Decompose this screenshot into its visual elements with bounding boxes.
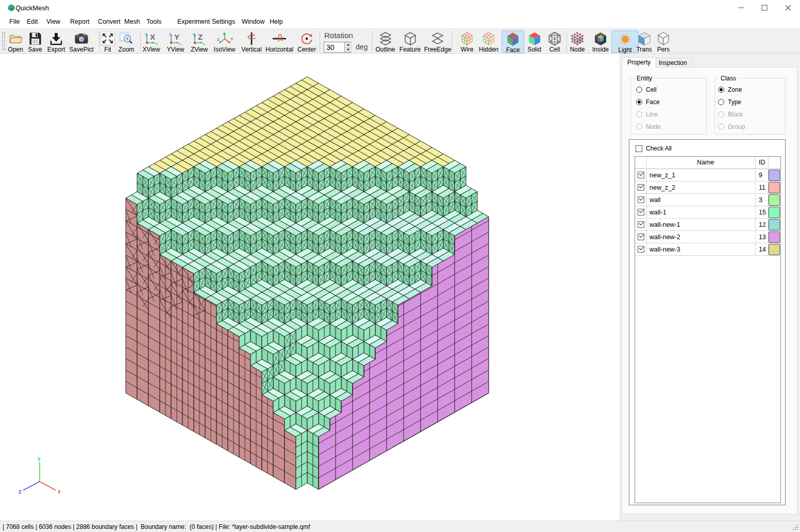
svg-text:Y: Y [223,32,226,37]
svg-text:Y: Y [174,32,179,41]
svg-text:y: y [193,32,195,36]
svg-text:z: z [19,488,22,494]
svg-text:Z: Z [217,37,220,42]
svg-text:x: x [58,488,61,494]
svg-text:y: y [38,455,41,461]
svg-text:x: x [169,32,171,36]
svg-text:z: z [145,32,147,36]
svg-text:Y: Y [155,42,158,46]
svg-text:X: X [150,32,155,41]
svg-text:z: z [179,42,181,46]
svg-text:x: x [203,42,205,46]
svg-text:Z: Z [198,32,203,41]
